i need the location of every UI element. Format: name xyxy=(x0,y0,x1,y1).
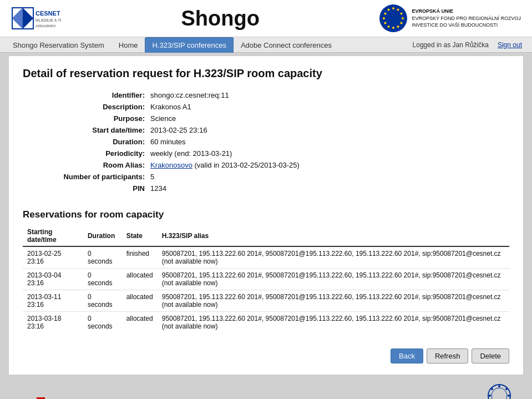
purpose-value: Science xyxy=(150,114,176,123)
svg-text:CESNET: CESNET xyxy=(36,10,60,17)
svg-point-17 xyxy=(384,13,387,15)
cell-state-0: finished xyxy=(122,246,158,269)
detail-row-alias: Room Alias: Krakonosovo (valid in 2013-0… xyxy=(56,161,509,169)
svg-point-28 xyxy=(508,395,510,397)
action-bar: Back Refresh Delete xyxy=(23,343,509,363)
table-row: 2013-03-04 23:160 secondsallocated950087… xyxy=(23,269,509,290)
participants-value: 5 xyxy=(150,173,154,181)
eu-text-block: EVROPSKÁ UNIE EVROPSKÝ FOND PRO REGIONÁL… xyxy=(412,8,521,29)
table-row: 2013-03-18 23:160 secondsallocated950087… xyxy=(23,312,509,334)
description-value: Krakonos A1 xyxy=(150,103,191,111)
footer: MINISTERSTVO ŠKOLSTVÍ, MLÁDEŽE A TĚLOVÝC… xyxy=(0,378,532,399)
col-alias: H.323/SIP alias xyxy=(158,226,509,246)
detail-row-participants: Number of participants: 5 xyxy=(56,173,509,181)
alias-value: Krakonosovo (valid in 2013-02-25/2013-03… xyxy=(150,161,300,169)
nav-shongo-system[interactable]: Shongo Reservation System xyxy=(6,37,112,53)
back-button[interactable]: Back xyxy=(391,349,423,363)
nav-bar: Shongo Reservation System Home H.323/SIP… xyxy=(0,37,532,53)
svg-point-7 xyxy=(392,7,394,9)
svg-point-18 xyxy=(388,9,390,11)
cell-start-0: 2013-02-25 23:16 xyxy=(23,246,83,269)
eu-line1: EVROPSKÁ UNIE xyxy=(412,8,521,15)
cell-start-1: 2013-03-04 23:16 xyxy=(23,269,83,290)
cell-alias-1: 950087201, 195.113.222.60 201#, 95008720… xyxy=(158,269,509,290)
delete-button[interactable]: Delete xyxy=(472,349,509,363)
svg-point-9 xyxy=(401,13,403,15)
reservations-table: Starting date/time Duration State H.323/… xyxy=(23,226,509,333)
cell-state-1: allocated xyxy=(122,269,158,290)
svg-point-11 xyxy=(401,22,403,24)
msmt-logo-area: MINISTERSTVO ŠKOLSTVÍ, MLÁDEŽE A TĚLOVÝC… xyxy=(11,397,70,399)
duration-value: 60 minutes xyxy=(150,138,186,146)
cell-duration-1: 0 seconds xyxy=(83,269,122,290)
col-start-datetime: Starting date/time xyxy=(23,226,83,246)
col-state: State xyxy=(122,226,158,246)
svg-point-12 xyxy=(397,26,399,28)
sign-out-link[interactable]: Sign out xyxy=(493,38,526,52)
eu-emblem xyxy=(379,4,407,32)
detail-table: Identifier: shongo:cz.cesnet:req:11 Desc… xyxy=(56,91,509,193)
col-duration: Duration xyxy=(83,226,122,246)
msmt-logo xyxy=(24,397,57,399)
svg-point-27 xyxy=(505,388,508,390)
alias-link[interactable]: Krakonosovo xyxy=(150,161,192,169)
cell-start-2: 2013-03-11 23:16 xyxy=(23,290,83,312)
svg-text:zdůvodnění: zdůvodnění xyxy=(36,24,55,28)
svg-point-25 xyxy=(492,388,507,399)
svg-point-14 xyxy=(388,26,390,28)
detail-row-start: Start date/time: 2013-02-25 23:16 xyxy=(56,126,509,134)
description-label: Description: xyxy=(56,103,150,111)
cell-duration-2: 0 seconds xyxy=(83,290,122,312)
cesnet-logo: CESNET MLÁDEJE A TĚLOVÝCHOVY zdůvodnění xyxy=(11,7,61,30)
nav-adobe-conferences[interactable]: Adobe Connect conferences xyxy=(234,37,339,53)
svg-point-10 xyxy=(402,17,404,19)
reservations-heading: Reservations for room capacity xyxy=(23,209,509,220)
alias-label: Room Alias: xyxy=(56,161,150,169)
pin-label: PIN xyxy=(56,184,150,193)
detail-row-identifier: Identifier: shongo:cz.cesnet:req:11 xyxy=(56,91,509,99)
identifier-value: shongo:cz.cesnet:req:11 xyxy=(150,91,229,99)
start-label: Start date/time: xyxy=(56,126,150,134)
cell-start-3: 2013-03-18 23:16 xyxy=(23,312,83,334)
nav-sip-conferences[interactable]: H.323/SIP conferences xyxy=(145,37,233,53)
nav-home[interactable]: Home xyxy=(112,37,145,53)
periodicity-label: Periodicity: xyxy=(56,149,150,158)
cell-duration-0: 0 seconds xyxy=(83,246,122,269)
top-header: CESNET MLÁDEJE A TĚLOVÝCHOVY zdůvodnění … xyxy=(0,0,532,37)
detail-row-periodicity: Periodicity: weekly (end: 2013-03-21) xyxy=(56,149,509,158)
table-header-row: Starting date/time Duration State H.323/… xyxy=(23,226,509,246)
eu-line3: INVESTICE DO VAŠÍ BUDOUCNOSTI xyxy=(412,22,521,29)
start-value: 2013-02-25 23:16 xyxy=(150,126,207,134)
svg-point-13 xyxy=(392,27,394,29)
cell-duration-3: 0 seconds xyxy=(83,312,122,334)
participants-label: Number of participants: xyxy=(56,173,150,181)
cell-state-2: allocated xyxy=(122,290,158,312)
detail-row-pin: PIN 1234 xyxy=(56,184,509,193)
duration-label: Duration: xyxy=(56,138,150,146)
cell-alias-2: 950087201, 195.113.222.60 201#, 95008720… xyxy=(158,290,509,312)
svg-point-8 xyxy=(397,9,399,11)
eu-logo: EVROPSKÁ UNIE EVROPSKÝ FOND PRO REGIONÁL… xyxy=(379,4,521,32)
detail-row-purpose: Purpose: Science xyxy=(56,114,509,123)
table-row: 2013-02-25 23:160 secondsfinished9500872… xyxy=(23,246,509,269)
cell-alias-0: 950087201, 195.113.222.60 201#, 95008720… xyxy=(158,246,509,269)
svg-text:MLÁDEJE A TĚLOVÝCHOVY: MLÁDEJE A TĚLOVÝCHOVY xyxy=(36,18,61,22)
refresh-button[interactable]: Refresh xyxy=(427,349,469,363)
svg-point-16 xyxy=(383,17,385,19)
purpose-label: Purpose: xyxy=(56,114,150,123)
svg-point-26 xyxy=(498,385,500,387)
main-content: Detail of reservation request for H.323/… xyxy=(8,55,524,375)
page-title: Shongo xyxy=(61,7,379,31)
table-row: 2013-03-11 23:160 secondsallocated950087… xyxy=(23,290,509,312)
op-logo-area: 2007-13 OP Výzkum a vývoj pro inovace xyxy=(478,383,521,399)
page-heading: Detail of reservation request for H.323/… xyxy=(23,67,509,80)
detail-row-duration: Duration: 60 minutes xyxy=(56,138,509,146)
pin-value: 1234 xyxy=(150,184,166,193)
eu-line2: EVROPSKÝ FOND PRO REGIONÁLNÍ ROZVOJ xyxy=(412,15,521,22)
cell-state-3: allocated xyxy=(122,312,158,334)
svg-point-33 xyxy=(491,388,493,390)
detail-row-description: Description: Krakonos A1 xyxy=(56,103,509,111)
periodicity-value: weekly (end: 2013-03-21) xyxy=(150,149,232,158)
logged-in-label: Logged in as Jan Růžička xyxy=(408,38,493,52)
alias-suffix: (valid in 2013-02-25/2013-03-25) xyxy=(192,161,300,169)
